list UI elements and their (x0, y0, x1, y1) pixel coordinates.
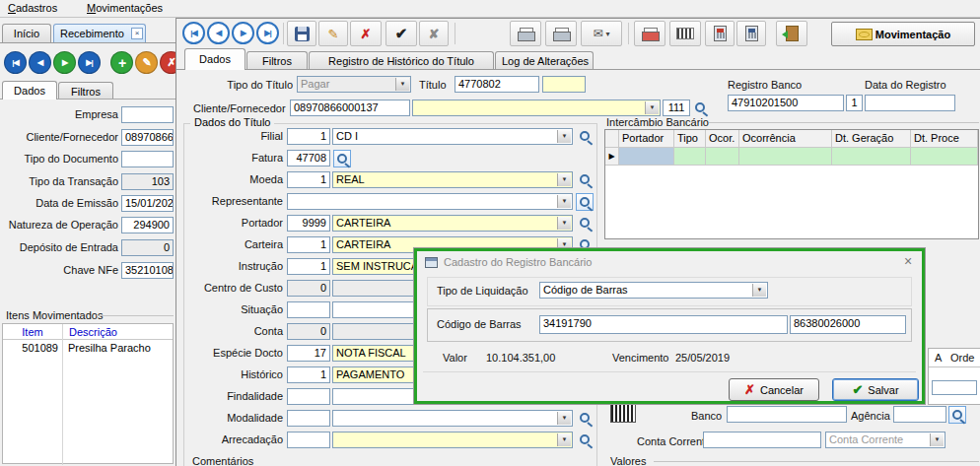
prev-title-button[interactable]: ◀ (207, 22, 230, 44)
search-icon[interactable] (693, 100, 709, 116)
filial-code-field[interactable]: 1 (287, 128, 330, 145)
conta-corrente-field[interactable] (703, 432, 821, 448)
cell-portador[interactable] (619, 148, 674, 166)
fatura-search-button[interactable] (333, 150, 351, 167)
cancel-button[interactable]: ✗ (350, 21, 382, 46)
moeda-combo[interactable]: REAL ▼ (332, 171, 573, 188)
arrecadacao-combo[interactable]: ▼ (332, 432, 573, 448)
cell-dt-geracao[interactable] (832, 148, 911, 166)
first-title-button[interactable]: |◀ (182, 22, 205, 44)
data-registro-field[interactable] (865, 95, 955, 111)
chevron-down-icon[interactable]: ▼ (557, 217, 571, 230)
edit-button[interactable]: ✎ (318, 21, 348, 46)
print-doc-button[interactable] (545, 21, 577, 46)
modalidade-code-field[interactable] (287, 410, 330, 427)
intercambio-data-row[interactable]: ▶ (605, 148, 978, 166)
cliente-loja-field[interactable]: 111 (663, 100, 690, 116)
close-tab-icon[interactable]: × (131, 28, 143, 39)
send-button[interactable]: ✉ ▾ (581, 21, 622, 46)
chevron-down-icon[interactable]: ▼ (557, 412, 571, 425)
tipo-titulo-combo[interactable]: Pagar ▼ (297, 76, 411, 93)
menu-movimentacoes[interactable]: Movimentações (87, 2, 163, 14)
tipo-liquidacao-combo[interactable]: Código de Barras ▼ (539, 282, 768, 299)
fatura-field[interactable]: 47708 (287, 150, 330, 166)
cliente-nome-combo[interactable]: ▼ (412, 100, 661, 116)
save-button[interactable] (287, 21, 316, 46)
tab-filtros[interactable]: Filtros (246, 51, 308, 70)
search-icon[interactable] (578, 129, 594, 145)
next-record-button[interactable]: ▶ (53, 51, 76, 74)
itens-col-item-header[interactable]: Item (3, 324, 62, 340)
prev-record-button[interactable]: ◀ (29, 51, 51, 74)
col-ocor[interactable]: Ocor. (706, 130, 739, 148)
col-dt-proce[interactable]: Dt. Proce (911, 130, 978, 148)
registro-banco-field[interactable]: 47910201500 (728, 95, 844, 111)
search-icon[interactable] (578, 411, 594, 427)
cliente-field[interactable]: 08970866000137 (290, 100, 410, 116)
chevron-down-icon[interactable]: ▼ (752, 284, 766, 297)
next-title-button[interactable]: ▶ (232, 22, 254, 44)
moeda-code-field[interactable]: 1 (287, 171, 330, 188)
banco-field[interactable] (727, 406, 847, 423)
historico-code-field[interactable]: 1 (287, 366, 330, 383)
left-tab-filtros[interactable]: Filtros (58, 82, 113, 100)
chevron-down-icon[interactable]: ▼ (557, 130, 571, 143)
menu-cadastros[interactable]: Cadastros (8, 2, 57, 14)
filial-combo[interactable]: CD I ▼ (332, 128, 573, 145)
chevron-down-icon[interactable]: ▼ (930, 433, 944, 446)
chevron-down-icon[interactable]: ▼ (557, 195, 571, 208)
cell-ocor[interactable] (706, 148, 739, 166)
edit-record-button[interactable]: ✎ (135, 51, 158, 74)
modalidade-combo[interactable]: ▼ (332, 410, 573, 427)
itens-col-descricao-header[interactable]: Descrição (63, 324, 173, 340)
situacao-code-field[interactable] (287, 301, 330, 318)
especie-docto-code-field[interactable]: 17 (287, 345, 330, 362)
agencia-field[interactable] (893, 406, 946, 423)
print-button[interactable] (510, 21, 541, 46)
tipo-documento-field[interactable] (121, 151, 174, 167)
dialog-close-button[interactable]: × (904, 253, 912, 269)
instrucao-code-field[interactable]: 1 (287, 258, 330, 275)
tipo-transacao-field[interactable]: 103 (121, 173, 174, 190)
chevron-down-icon[interactable]: ▼ (557, 173, 571, 186)
chevron-down-icon[interactable]: ▼ (645, 101, 659, 114)
titulo-field[interactable]: 4770802 (455, 76, 539, 93)
cancelar-button[interactable]: ✗ Cancelar (729, 378, 819, 401)
conta-corrente-combo[interactable]: Conta Corrente ▼ (825, 432, 945, 448)
col-tipo[interactable]: Tipo (674, 130, 706, 148)
cliente-fornecedor-field[interactable]: 089708660 (121, 129, 174, 146)
data-emissao-field[interactable]: 15/01/2021 (121, 195, 174, 212)
cell-tipo[interactable] (674, 148, 706, 166)
itens-row-descricao[interactable]: Presilha Paracho (68, 342, 173, 354)
first-record-button[interactable]: |◀ (4, 51, 27, 74)
close-record-button[interactable]: ✘ (419, 21, 449, 46)
send-dropdown-icon[interactable]: ▾ (606, 30, 610, 38)
doc-tab-recebimento[interactable]: Recebimento × (53, 24, 146, 42)
conta-code-field[interactable]: 0 (287, 323, 330, 340)
portador-code-field[interactable]: 9999 (287, 215, 330, 232)
left-tab-dados[interactable]: Dados (2, 81, 57, 100)
centro-custo-code-field[interactable]: 0 (287, 280, 330, 297)
cell-ocorrencia[interactable] (739, 148, 832, 166)
movimentacao-button[interactable]: Movimentação (831, 22, 975, 46)
tab-dados[interactable]: Dados (184, 48, 245, 70)
natureza-operacao-field[interactable]: 294900 (121, 217, 174, 233)
confirm-button[interactable]: ✔ (385, 21, 417, 46)
search-icon[interactable] (578, 433, 594, 448)
arrecadacao-code-field[interactable] (287, 432, 330, 448)
empresa-field[interactable] (121, 106, 174, 123)
col-ocorrencia[interactable]: Ocorrência (739, 130, 832, 148)
chave-nfe-field[interactable]: 352101089 (121, 262, 174, 279)
boleto-button[interactable] (669, 21, 701, 46)
calc-button[interactable] (736, 21, 766, 46)
representante-combo[interactable]: ▼ (287, 193, 573, 210)
calc-remove-button[interactable] (705, 21, 735, 46)
tab-log-alteracoes[interactable]: Log de Alterações (495, 51, 594, 70)
titulo-extra-field[interactable] (542, 76, 586, 93)
cancel-print-button[interactable] (634, 21, 665, 46)
representante-search-button[interactable] (576, 193, 594, 211)
col-portador[interactable]: Portador (619, 130, 674, 148)
itens-row-item[interactable]: 501089 (3, 342, 58, 354)
agencia-search-button[interactable] (948, 406, 966, 424)
cell-dt-proce[interactable] (911, 148, 978, 166)
